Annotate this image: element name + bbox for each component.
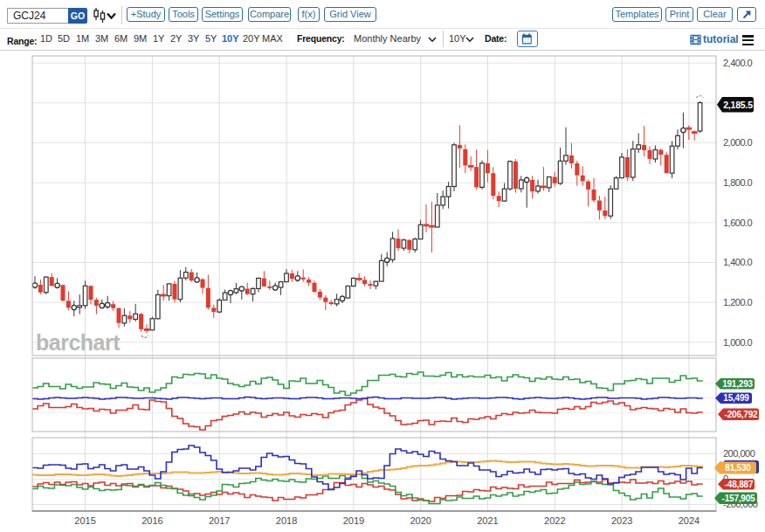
svg-text:200,000: 200,000 — [723, 448, 755, 459]
svg-text:1,000.0: 1,000.0 — [723, 337, 753, 348]
svg-text:2024: 2024 — [679, 515, 700, 526]
svg-text:2019: 2019 — [343, 515, 364, 526]
svg-text:2,000.0: 2,000.0 — [723, 137, 753, 148]
svg-text:2,400.0: 2,400.0 — [723, 58, 753, 68]
svg-text:2023: 2023 — [611, 515, 632, 526]
svg-text:2015: 2015 — [74, 515, 95, 526]
svg-text:-206,792: -206,792 — [725, 410, 759, 419]
svg-text:2,185.5: 2,185.5 — [723, 100, 753, 110]
svg-text:1,800.0: 1,800.0 — [723, 177, 753, 188]
svg-text:-48,887: -48,887 — [725, 480, 754, 489]
svg-text:2018: 2018 — [276, 515, 297, 526]
svg-text:15,499: 15,499 — [723, 393, 749, 403]
svg-text:1,600.0: 1,600.0 — [723, 218, 753, 228]
svg-text:2022: 2022 — [544, 515, 565, 526]
svg-text:1,400.0: 1,400.0 — [723, 257, 753, 267]
svg-text:-157,905: -157,905 — [722, 494, 756, 503]
svg-text:2021: 2021 — [477, 515, 498, 526]
svg-text:1,200.0: 1,200.0 — [723, 297, 753, 307]
svg-text:81,530: 81,530 — [725, 463, 751, 473]
svg-text:2017: 2017 — [209, 515, 230, 526]
svg-text:2016: 2016 — [141, 515, 162, 526]
svg-text:191,293: 191,293 — [722, 379, 753, 389]
svg-text:2020: 2020 — [410, 515, 431, 526]
svg-text:barchart: barchart — [36, 330, 121, 355]
